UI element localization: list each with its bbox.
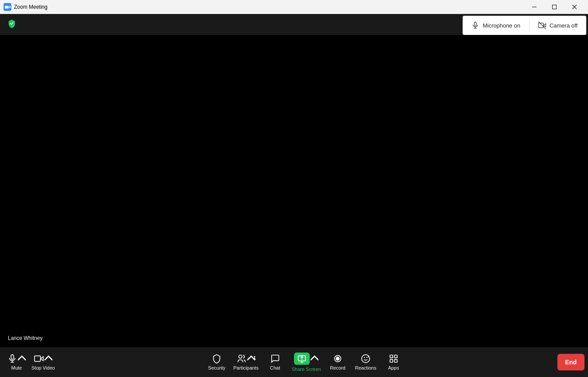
info-bar: Microphone on Camera off (0, 14, 588, 35)
user-name-label: Lance Whitney (4, 334, 46, 342)
mute-label: Mute (11, 365, 22, 370)
chat-label: Chat (270, 365, 280, 370)
mute-button[interactable]: Mute (3, 349, 30, 375)
svg-rect-8 (539, 23, 543, 28)
svg-point-14 (239, 355, 242, 358)
end-button[interactable]: End (557, 354, 585, 370)
video-area: Lance Whitney (0, 35, 588, 347)
maximize-button[interactable] (544, 0, 564, 14)
toolbar-center: Security 1 Participants (57, 349, 554, 375)
mute-caret[interactable] (18, 354, 26, 363)
share-screen-label: Share Screen (292, 367, 321, 372)
apps-label: Apps (388, 365, 399, 370)
camera-status: Camera off (529, 16, 586, 35)
reactions-label: Reactions (355, 365, 376, 370)
share-screen-button[interactable]: Share Screen (290, 349, 323, 375)
svg-rect-28 (390, 360, 393, 362)
chat-button[interactable]: Chat (262, 349, 288, 375)
video-caret[interactable] (45, 354, 52, 363)
close-button[interactable] (564, 0, 585, 14)
minimize-button[interactable] (524, 0, 544, 14)
toolbar-right: End (554, 354, 585, 370)
security-shield-icon (7, 19, 17, 30)
status-popup: Microphone on Camera off (463, 16, 586, 35)
window-title: Zoom Meeting (14, 4, 524, 10)
svg-point-20 (336, 357, 339, 360)
svg-rect-5 (474, 22, 477, 26)
svg-rect-13 (35, 356, 41, 362)
stop-video-button[interactable]: Stop Video (30, 349, 57, 375)
record-label: Record (330, 365, 345, 370)
svg-rect-2 (553, 5, 557, 9)
toolbar: Mute Stop Video Security (0, 347, 588, 377)
participants-label: Participants (233, 365, 258, 370)
app-icon (3, 3, 11, 11)
share-screen-caret[interactable] (311, 354, 318, 363)
svg-rect-27 (394, 355, 397, 358)
window-controls (524, 0, 585, 14)
title-bar: Zoom Meeting (0, 0, 588, 14)
record-button[interactable]: Record (325, 349, 351, 375)
svg-rect-26 (390, 355, 393, 358)
svg-rect-1 (532, 7, 536, 7)
apps-button[interactable]: Apps (380, 349, 407, 375)
security-button[interactable]: Security (204, 349, 230, 375)
svg-rect-29 (394, 360, 397, 362)
security-label: Security (208, 365, 225, 370)
svg-rect-10 (11, 355, 14, 360)
reactions-button[interactable]: Reactions (353, 349, 379, 375)
microphone-status: Microphone on (463, 16, 529, 35)
svg-point-21 (362, 355, 370, 363)
toolbar-left: Mute Stop Video (3, 349, 57, 375)
participants-count: 1 (253, 355, 256, 360)
participants-button[interactable]: 1 Participants (232, 349, 260, 375)
stop-video-label: Stop Video (31, 365, 55, 370)
